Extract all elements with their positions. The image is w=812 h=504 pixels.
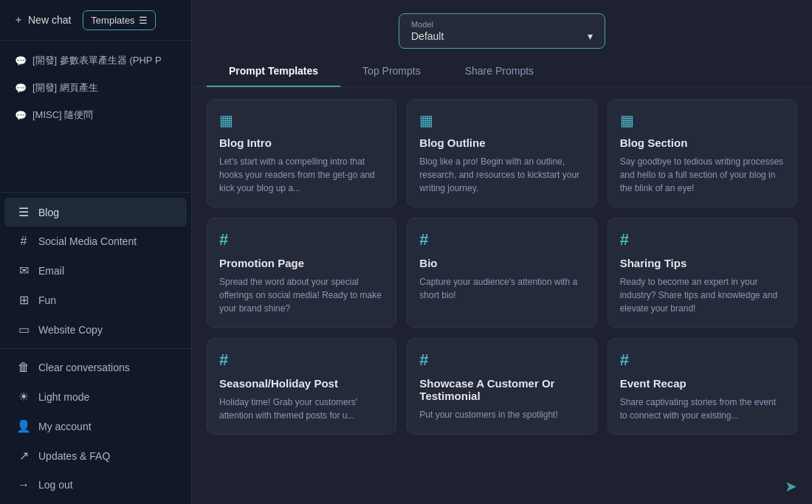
chat-icon: 💬 — [15, 55, 27, 66]
sidebar-item-blog[interactable]: ☰ Blog — [4, 198, 187, 227]
chat-icon: 💬 — [15, 83, 27, 94]
nav-label: Updates & FAQ — [38, 450, 110, 462]
template-desc: Share captivating stories from the event… — [620, 396, 785, 422]
chat-label: [開發] 網頁產生 — [32, 81, 98, 94]
template-desc: Capture your audience's attention with a… — [419, 275, 584, 302]
templates-label: Templates — [91, 15, 134, 26]
template-desc: Holiday time! Grab your customers' atten… — [219, 396, 384, 422]
list-item[interactable]: 💬 [開發] 網頁產生 — [4, 75, 187, 101]
template-title: Seasonal/Holiday Post — [219, 377, 384, 390]
template-desc: Let's start with a compelling intro that… — [219, 155, 384, 195]
sidebar-item-email[interactable]: ✉ Email — [4, 256, 187, 285]
nav-label: Blog — [38, 207, 59, 218]
chat-label: [開發] 參數表單產生器 (PHP P — [32, 54, 162, 67]
template-title: Showcase A Customer Or Testimonial — [419, 377, 584, 402]
chat-list: 💬 [開發] 參數表單產生器 (PHP P 💬 [開發] 網頁產生 💬 [MIS… — [0, 41, 191, 192]
template-card-sharing-tips[interactable]: # Sharing Tips Ready to become an expert… — [608, 218, 797, 328]
sidebar-item-social-media[interactable]: # Social Media Content — [4, 227, 187, 255]
send-area: ➤ — [192, 473, 812, 504]
nav-label: Log out — [38, 479, 73, 491]
website-icon: ▭ — [16, 322, 31, 336]
chevron-down-icon: ▾ — [588, 30, 593, 42]
templates-grid: ▦ Blog Intro Let's start with a compelli… — [192, 87, 812, 473]
template-icon: ▦ — [419, 111, 584, 129]
tab-share-prompts[interactable]: Share Prompts — [443, 56, 556, 87]
template-icon: # — [219, 351, 384, 370]
list-icon: ☰ — [139, 15, 148, 26]
template-desc: Ready to become an expert in your indust… — [620, 275, 785, 315]
sidebar-item-light-mode[interactable]: ☀ Light mode — [4, 382, 187, 411]
sun-icon: ☀ — [16, 390, 31, 404]
sidebar-header: ＋ New chat Templates ☰ — [0, 0, 191, 41]
sidebar-item-my-account[interactable]: 👤 My account — [4, 412, 187, 441]
hash-icon: # — [16, 235, 31, 248]
sidebar-nav: ☰ Blog # Social Media Content ✉ Email ⊞ … — [0, 192, 191, 504]
plus-icon: ＋ — [13, 13, 24, 27]
model-value: Default — [411, 30, 444, 42]
tab-label: Share Prompts — [465, 65, 534, 77]
templates-button[interactable]: Templates ☰ — [83, 10, 155, 30]
trash-icon: 🗑 — [16, 361, 31, 374]
fun-icon: ⊞ — [16, 293, 31, 307]
template-card-blog-outline[interactable]: ▦ Blog Outline Blog like a pro! Begin wi… — [407, 99, 596, 207]
template-card-promotion-page[interactable]: # Promotion Page Spread the word about y… — [207, 218, 396, 328]
sidebar: ＋ New chat Templates ☰ 💬 [開發] 參數表單產生器 (P… — [0, 0, 192, 504]
template-title: Blog Outline — [419, 137, 584, 149]
new-chat-label: New chat — [28, 14, 71, 26]
model-label: Model — [411, 20, 593, 29]
tabs-row: Prompt Templates Top Prompts Share Promp… — [192, 56, 812, 87]
template-icon: # — [419, 351, 584, 370]
tab-label: Prompt Templates — [229, 65, 318, 77]
template-icon: # — [620, 351, 785, 370]
list-item[interactable]: 💬 [開發] 參數表單產生器 (PHP P — [4, 47, 187, 74]
nav-label: My account — [38, 421, 92, 432]
template-desc: Blog like a pro! Begin with an outline, … — [419, 155, 584, 195]
template-title: Blog Intro — [219, 137, 384, 149]
sidebar-item-fun[interactable]: ⊞ Fun — [4, 286, 187, 314]
new-chat-button[interactable]: ＋ New chat — [7, 9, 77, 31]
template-card-event-recap[interactable]: # Event Recap Share captivating stories … — [608, 338, 797, 435]
tab-top-prompts[interactable]: Top Prompts — [340, 56, 443, 87]
template-title: Event Recap — [620, 377, 785, 390]
sidebar-item-website-copy[interactable]: ▭ Website Copy — [4, 315, 187, 344]
nav-label: Email — [38, 265, 64, 277]
nav-label: Website Copy — [38, 324, 103, 336]
send-button[interactable]: ➤ — [785, 477, 797, 495]
blog-icon: ☰ — [16, 205, 31, 219]
tab-prompt-templates[interactable]: Prompt Templates — [207, 56, 340, 87]
account-icon: 👤 — [16, 419, 31, 433]
template-title: Bio — [419, 257, 584, 269]
template-card-bio[interactable]: # Bio Capture your audience's attention … — [407, 218, 596, 328]
nav-label: Light mode — [38, 391, 89, 403]
template-desc: Say goodbye to tedious writing processes… — [620, 155, 785, 195]
template-title: Blog Section — [620, 137, 785, 149]
template-title: Sharing Tips — [620, 257, 785, 269]
template-card-blog-section[interactable]: ▦ Blog Section Say goodbye to tedious wr… — [608, 99, 797, 207]
chat-label: [MISC] 隨便問 — [32, 108, 93, 122]
email-icon: ✉ — [16, 263, 31, 277]
main-content: Model Default ▾ Prompt Templates Top Pro… — [192, 0, 812, 504]
template-icon: ▦ — [219, 111, 384, 129]
model-selector-row: Model Default ▾ — [192, 0, 812, 56]
model-selector[interactable]: Model Default ▾ — [399, 13, 605, 49]
template-card-showcase-customer[interactable]: # Showcase A Customer Or Testimonial Put… — [407, 338, 596, 435]
external-link-icon: ↗ — [16, 449, 31, 463]
nav-label: Fun — [38, 294, 56, 306]
tab-label: Top Prompts — [362, 65, 421, 77]
template-title: Promotion Page — [219, 257, 384, 269]
template-desc: Put your customers in the spotlight! — [419, 408, 584, 421]
sidebar-item-logout[interactable]: → Log out — [4, 471, 187, 499]
template-desc: Spread the word about your special offer… — [219, 275, 384, 315]
send-icon: ➤ — [785, 478, 797, 494]
nav-label: Social Media Content — [38, 235, 137, 247]
template-card-seasonal-holiday[interactable]: # Seasonal/Holiday Post Holiday time! Gr… — [207, 338, 396, 435]
nav-label: Clear conversations — [38, 362, 130, 373]
sidebar-item-updates-faq[interactable]: ↗ Updates & FAQ — [4, 441, 187, 470]
template-card-blog-intro[interactable]: ▦ Blog Intro Let's start with a compelli… — [207, 99, 396, 207]
chat-icon: 💬 — [15, 110, 27, 121]
sidebar-item-clear-conversations[interactable]: 🗑 Clear conversations — [4, 353, 187, 382]
list-item[interactable]: 💬 [MISC] 隨便問 — [4, 102, 187, 128]
logout-icon: → — [16, 478, 31, 491]
template-icon: # — [620, 230, 785, 249]
template-icon: # — [419, 230, 584, 249]
